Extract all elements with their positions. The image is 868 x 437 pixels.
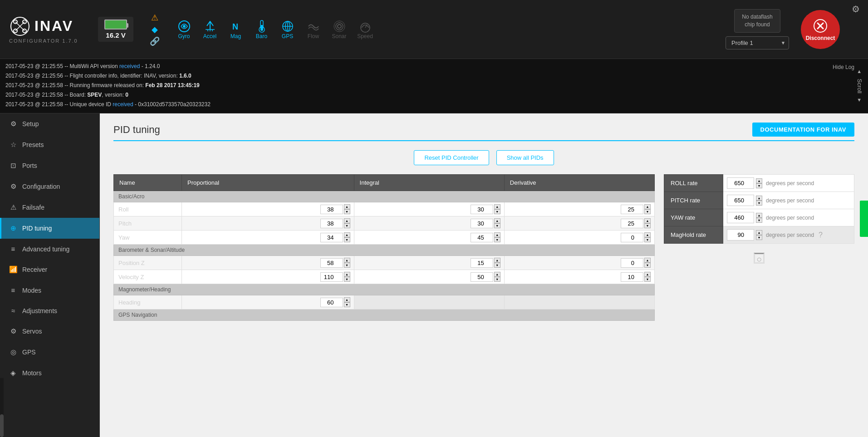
roll-d-up[interactable]: ▲ [644,204,651,209]
vel-z-i-down[interactable]: ▼ [494,277,500,282]
scroll-down-arrow[interactable]: ▼ [857,96,862,105]
pos-z-p-down[interactable]: ▼ [344,263,350,268]
maghold-help-icon[interactable]: ? [819,231,823,239]
pos-z-i-input[interactable] [471,258,493,268]
roll-d-input[interactable] [621,205,643,214]
pitch-d-input[interactable] [621,219,643,228]
heading-p-down[interactable]: ▼ [344,302,350,307]
sensor-gps[interactable]: GPS [275,18,300,41]
roll-i-down[interactable]: ▼ [494,209,500,214]
roll-rate-input[interactable] [727,177,754,189]
pos-z-d-down[interactable]: ▼ [644,263,651,268]
yaw-p-input[interactable] [320,233,343,242]
yaw-d-down[interactable]: ▼ [644,237,651,242]
reset-pid-button[interactable]: Reset PID Controller [414,150,489,165]
vel-z-p-input[interactable] [320,272,343,282]
sidebar-item-failsafe[interactable]: ⚠ Failsafe [0,197,99,218]
sidebar-item-advanced-tuning[interactable]: ≡ Advanced tuning [0,239,99,259]
pitch-i-input[interactable] [471,219,493,228]
sensor-baro[interactable]: Baro [249,18,274,41]
show-all-pids-button[interactable]: Show all PIDs [496,150,554,165]
sidebar-item-presets[interactable]: ☆ Presets [0,134,99,155]
pitch-p-up[interactable]: ▲ [344,218,350,223]
profile-select-wrapper[interactable]: Profile 1 Profile 2 Profile 3 ▼ [726,36,789,49]
sidebar-item-motors[interactable]: ◈ Motors [0,363,99,378]
roll-p-input[interactable] [320,205,343,214]
documentation-button[interactable]: DOCUMENTATION FOR INAV [752,123,854,137]
pos-z-p-input[interactable] [320,258,343,268]
pitch-i-up[interactable]: ▲ [494,218,500,223]
heading-p-input[interactable] [320,298,343,307]
sidebar-scrollbar-thumb[interactable] [0,414,4,437]
profile-select[interactable]: Profile 1 Profile 2 Profile 3 [726,36,789,49]
yaw-p-up[interactable]: ▲ [344,232,350,237]
pitch-rate-down[interactable]: ▼ [756,201,762,206]
sensor-flow[interactable]: Flow [301,18,326,41]
scroll-up-arrow[interactable]: ▲ [857,67,862,76]
roll-p-down[interactable]: ▼ [344,209,350,214]
yaw-rate-input[interactable] [727,212,754,223]
sidebar-item-gps[interactable]: ◎ GPS [0,342,99,363]
sidebar-item-ports[interactable]: ⊡ Ports [0,155,99,176]
disconnect-button[interactable]: Disconnect [801,10,840,49]
hide-log-button[interactable]: Hide Log [833,63,854,72]
sidebar-item-setup[interactable]: ⚙ Setup [0,113,99,134]
roll-i-up[interactable]: ▲ [494,204,500,209]
pos-z-i-down[interactable]: ▼ [494,263,500,268]
vel-z-i-input[interactable] [471,272,493,282]
vel-z-p-down[interactable]: ▼ [344,277,350,282]
yaw-i-up[interactable]: ▲ [494,232,500,237]
roll-d-down[interactable]: ▼ [644,209,651,214]
settings-icon[interactable]: ⚙ [852,4,860,15]
vel-z-d-down[interactable]: ▼ [644,277,651,282]
sensor-mag[interactable]: N Mag [223,18,248,41]
maghold-rate-input[interactable] [727,229,754,241]
sidebar-item-pid-tuning[interactable]: ⊕ PID tuning [0,218,99,239]
pitch-p-down[interactable]: ▼ [344,223,350,228]
sensor-gyro[interactable]: Gyro [172,18,196,41]
diamond-icon[interactable]: ◆ [152,25,158,34]
sensor-sonar[interactable]: Sonar [327,18,352,41]
sensor-speed[interactable]: Speed [353,18,378,41]
sidebar-scrollbar[interactable] [0,378,4,437]
yaw-rate-up[interactable]: ▲ [756,213,762,218]
roll-rate-up[interactable]: ▲ [756,178,762,183]
maghold-rate-up[interactable]: ▲ [756,230,762,235]
scroll-indicator[interactable]: ▲ Scroll ▼ [854,67,864,105]
yaw-i-input[interactable] [471,233,493,242]
pos-z-p-up[interactable]: ▲ [344,258,350,263]
yaw-d-up[interactable]: ▲ [644,232,651,237]
pitch-p-input[interactable] [320,219,343,228]
roll-i-input[interactable] [471,205,493,214]
sidebar-item-configuration[interactable]: ⚙ Configuration [0,176,99,197]
vel-z-d-up[interactable]: ▲ [644,272,651,277]
roll-rate-down[interactable]: ▼ [756,183,762,188]
yaw-i-down[interactable]: ▼ [494,237,500,242]
yaw-p-down[interactable]: ▼ [344,237,350,242]
pitch-rate-input[interactable] [727,195,754,206]
pos-z-i-up[interactable]: ▲ [494,258,500,263]
vel-z-p-up[interactable]: ▲ [344,272,350,277]
yaw-rate-down[interactable]: ▼ [756,218,762,223]
maghold-rate-down[interactable]: ▼ [756,235,762,240]
yaw-d-input[interactable] [621,233,643,242]
vel-z-i-up[interactable]: ▲ [494,272,500,277]
pos-z-d-up[interactable]: ▲ [644,258,651,263]
pitch-i-down[interactable]: ▼ [494,223,500,228]
roll-p-up[interactable]: ▲ [344,204,350,209]
sensor-accel[interactable]: Accel [197,18,222,41]
sidebar-item-adjustments[interactable]: ≈ Adjustments [0,300,99,321]
pos-z-d-input[interactable] [621,258,643,268]
pitch-d-down[interactable]: ▼ [644,223,651,228]
sidebar-item-receiver[interactable]: 📶 Receiver [0,259,99,280]
right-badge[interactable] [860,201,868,237]
warn-icon[interactable]: ⚠ [151,13,158,23]
vel-z-d-input[interactable] [621,272,643,282]
pitch-rate-up[interactable]: ▲ [756,196,762,201]
sidebar-item-modes[interactable]: ≡ Modes [0,280,99,300]
loading-area: ○ [664,244,854,273]
link-icon[interactable]: 🔗 [150,36,160,46]
sidebar-item-servos[interactable]: ⚙ Servos [0,321,99,342]
pitch-d-up[interactable]: ▲ [644,218,651,223]
heading-p-up[interactable]: ▲ [344,297,350,302]
